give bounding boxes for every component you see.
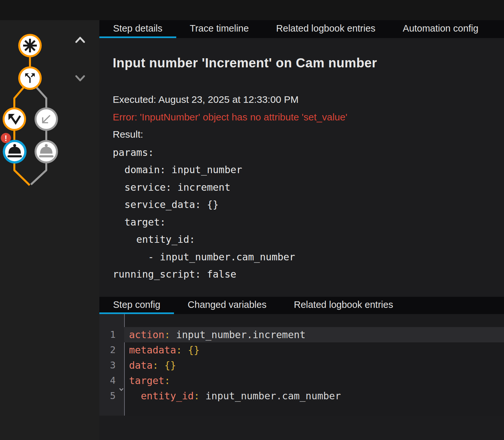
exclamation-icon: !: [5, 134, 7, 143]
previous-step-button[interactable]: [74, 34, 86, 46]
trace-graph: !: [0, 20, 99, 202]
code-line[interactable]: 4target:: [99, 373, 504, 388]
code-editor-lines: 1action: input_number.increment2metadata…: [99, 327, 504, 404]
code-text[interactable]: metadata: {}: [124, 342, 504, 358]
error-badge: !: [1, 133, 11, 143]
trace-node-choose[interactable]: [19, 67, 41, 89]
step-details-panel: Step details Trace timeline Related logb…: [99, 20, 504, 440]
asterisk-icon: [23, 39, 37, 52]
tab-related-logbook-entries[interactable]: Related logbook entries: [263, 20, 389, 38]
chevron-up-icon: [74, 34, 86, 46]
next-step-button[interactable]: [74, 73, 86, 84]
tab-label: Related logbook entries: [276, 23, 376, 34]
page-title: Input number 'Increment' on Cam number: [113, 55, 504, 71]
code-text[interactable]: target:: [124, 373, 504, 388]
trace-node-service-call-other[interactable]: [36, 141, 57, 162]
result-params-yaml: params: domain: input_number service: in…: [113, 144, 504, 283]
tab-changed-variables[interactable]: Changed variables: [174, 297, 280, 314]
code-text[interactable]: action: input_number.increment: [124, 327, 504, 342]
code-editor[interactable]: 1action: input_number.increment2metadata…: [99, 314, 504, 416]
line-number: 2: [99, 342, 124, 358]
tab-label: Related logbook entries: [294, 299, 393, 310]
code-text[interactable]: entity_id: input_number.cam_number: [124, 388, 504, 404]
tab-label: Step config: [113, 299, 160, 310]
tab-step-config[interactable]: Step config: [99, 297, 174, 314]
execution-meta: Executed: August 23, 2025 at 12:33:00 PM…: [113, 91, 504, 143]
trace-node-trigger[interactable]: [19, 35, 41, 56]
code-line[interactable]: 1action: input_number.increment: [99, 327, 504, 342]
line-number: 4: [99, 373, 124, 388]
error-message: Error: 'InputNumber' object has no attri…: [113, 108, 504, 126]
code-line[interactable]: 5 entity_id: input_number.cam_number: [99, 388, 504, 404]
chevron-down-icon: [74, 73, 86, 84]
trace-tab-bar: Step details Trace timeline Related logb…: [99, 20, 504, 38]
line-number: 3: [99, 358, 124, 373]
trace-node-condition[interactable]: [4, 108, 25, 130]
tab-related-logbook-entries-lower[interactable]: Related logbook entries: [280, 297, 407, 314]
line-number: 1: [99, 327, 124, 342]
tab-automation-config[interactable]: Automation config: [389, 20, 492, 38]
tab-label: Changed variables: [188, 299, 266, 310]
code-line[interactable]: 2metadata: {}: [99, 342, 504, 358]
executed-timestamp: Executed: August 23, 2025 at 12:33:00 PM: [113, 91, 504, 108]
tab-label: Trace timeline: [190, 23, 249, 34]
line-number: 5: [99, 388, 124, 404]
trace-node-other-branch[interactable]: [36, 108, 57, 130]
top-bar: [0, 0, 504, 20]
tab-trace-timeline[interactable]: Trace timeline: [176, 20, 263, 38]
code-text[interactable]: data: {}: [124, 358, 504, 373]
step-config-tab-bar: Step config Changed variables Related lo…: [99, 297, 504, 314]
trace-graph-panel: !: [0, 20, 99, 440]
code-line[interactable]: 3data: {}: [99, 358, 504, 373]
tab-label: Step details: [113, 23, 163, 34]
tab-label: Automation config: [403, 23, 478, 34]
tab-step-details[interactable]: Step details: [99, 20, 176, 38]
trace-node-service-call[interactable]: [4, 141, 25, 162]
step-detail-content: Input number 'Increment' on Cam number E…: [99, 38, 504, 297]
result-label: Result:: [113, 126, 504, 143]
